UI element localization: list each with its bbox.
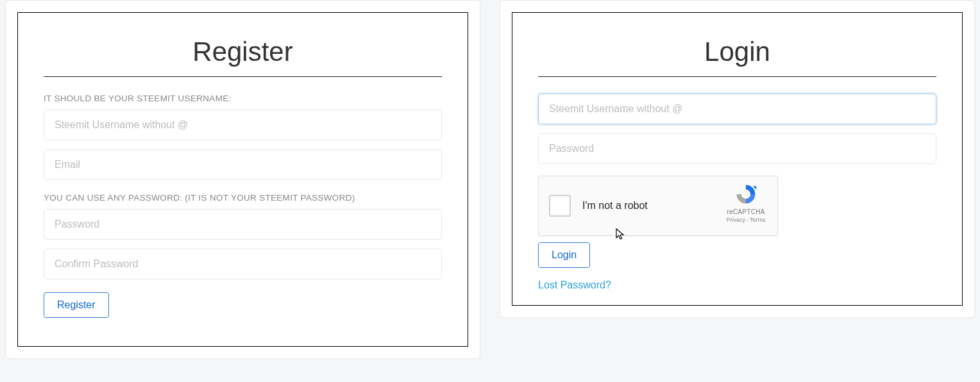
register-password-input[interactable] [44,209,442,240]
recaptcha-terms-link[interactable]: Terms [750,217,766,223]
login-username-input[interactable] [538,94,936,124]
login-rule [538,76,936,77]
login-password-input[interactable] [538,133,936,164]
register-confirm-input[interactable] [44,249,442,279]
register-rule [44,76,442,77]
register-button[interactable]: Register [44,292,109,318]
recaptcha-brand-links: Privacy-Terms [723,217,768,223]
recaptcha-label: I'm not a robot [582,200,648,212]
register-card: Register IT SHOULD BE YOUR STEEMIT USERN… [5,0,480,359]
register-password-label: YOU CAN USE ANY PASSWORD: (IT IS NOT YOU… [44,193,442,203]
register-card-inner: Register IT SHOULD BE YOUR STEEMIT USERN… [17,12,468,347]
recaptcha-brand: reCAPTCHA Privacy-Terms [723,183,768,223]
recaptcha-widget: I'm not a robot reCAPTCHA Privacy-Terms [538,176,778,236]
recaptcha-icon [723,183,768,206]
lost-password-link[interactable]: Lost Password? [538,279,611,291]
recaptcha-privacy-link[interactable]: Privacy [726,217,745,223]
login-title: Login [538,37,936,67]
recaptcha-brand-name: reCAPTCHA [723,208,768,215]
login-card: Login I'm not a robot reCAP [500,0,975,318]
register-username-label: IT SHOULD BE YOUR STEEMIT USERNAME: [44,94,442,103]
register-title: Register [44,37,442,67]
register-email-input[interactable] [44,149,442,180]
recaptcha-checkbox[interactable] [549,195,571,217]
register-username-input[interactable] [44,110,442,140]
login-button[interactable]: Login [538,242,590,268]
login-card-inner: Login I'm not a robot reCAP [512,12,963,306]
